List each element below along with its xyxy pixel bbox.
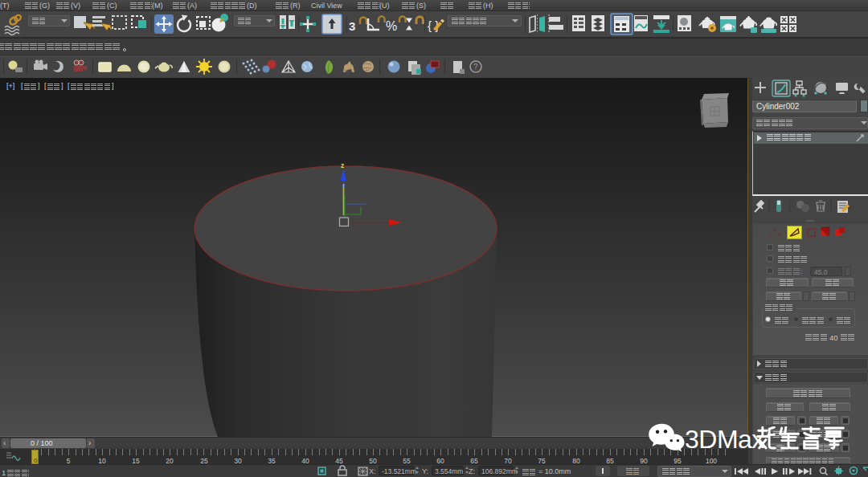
svg-text:HF: HF xyxy=(345,69,350,74)
svg-text:3: 3 xyxy=(349,19,355,33)
svg-text:%: % xyxy=(386,19,397,33)
svg-text:?: ? xyxy=(473,63,478,71)
svg-text:z: z xyxy=(341,161,344,169)
